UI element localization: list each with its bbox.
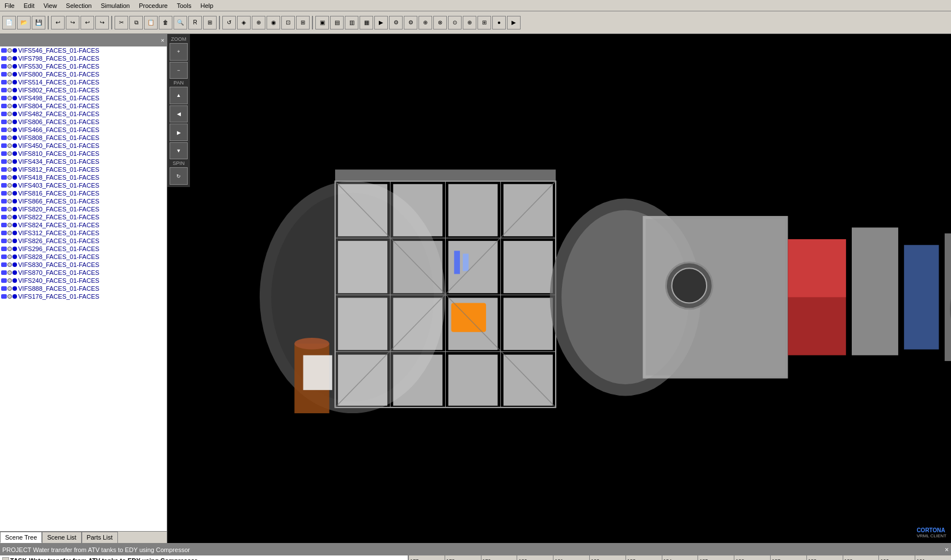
tree-item[interactable]: VIFS312_FACES_01-FACES xyxy=(0,229,167,237)
zoom-in-button[interactable]: + xyxy=(170,43,188,61)
paste-button[interactable]: 📋 xyxy=(144,16,158,29)
tree-item[interactable]: VIFS176_FACES_01-FACES xyxy=(0,292,167,300)
tree-item[interactable]: VIFS824_FACES_01-FACES xyxy=(0,221,167,229)
tree-item[interactable]: VIFS450_FACES_01-FACES xyxy=(0,142,167,150)
search-button[interactable]: 🔍 xyxy=(174,16,187,29)
tree-item[interactable]: VIFS808_FACES_01-FACES xyxy=(0,134,167,142)
anim8-button[interactable]: ⊞ xyxy=(477,16,491,29)
tree-item[interactable]: VIFS812_FACES_01-FACES xyxy=(0,166,167,173)
rotate-button[interactable]: ↺ xyxy=(222,16,236,29)
cut-button[interactable]: ✂ xyxy=(115,16,128,29)
tree-item[interactable]: VIFS806_FACES_01-FACES xyxy=(0,118,167,126)
tree-item[interactable]: VIFS296_FACES_01-FACES xyxy=(0,245,167,253)
redo2-button[interactable]: ↪ xyxy=(95,16,109,29)
tree-item[interactable]: VIFS418_FACES_01-FACES xyxy=(0,173,167,181)
save-button[interactable]: 💾 xyxy=(32,16,45,29)
spin-button[interactable]: ↻ xyxy=(170,167,188,185)
tree-item[interactable]: VIFS498_FACES_01-FACES xyxy=(0,94,167,102)
anim1-button[interactable]: ▶ xyxy=(374,16,388,29)
left-panel-header: × xyxy=(0,34,167,46)
tree-item[interactable]: VIFS828_FACES_01-FACES xyxy=(0,253,167,261)
pan-down-button[interactable]: ▼ xyxy=(170,142,188,160)
play-button[interactable]: ▶ xyxy=(507,16,521,29)
view2-button[interactable]: ⊕ xyxy=(252,16,265,29)
tree-item[interactable]: VIFS800_FACES_01-FACES xyxy=(0,70,167,78)
tree-content[interactable]: VIFS546_FACES_01-FACES VIFS798_FACES_01-… xyxy=(0,46,167,531)
record-button[interactable]: ● xyxy=(492,16,506,29)
tree-item[interactable]: VIFS830_FACES_01-FACES xyxy=(0,261,167,269)
menu-simulation[interactable]: Simulation xyxy=(96,1,134,10)
menu-tools[interactable]: Tools xyxy=(172,1,196,10)
viewport[interactable]: ZOOM + − PAN ▲ ◀ ▶ ▼ SPIN ↻ xyxy=(167,34,951,543)
menu-edit[interactable]: Edit xyxy=(19,1,39,10)
pan-up-button[interactable]: ▲ xyxy=(170,87,188,104)
main-task-line[interactable]: − TASK Water transfer from ATV tanks to … xyxy=(1,557,407,560)
menu-file[interactable]: File xyxy=(0,1,19,10)
tree-item[interactable]: VIFS822_FACES_01-FACES xyxy=(0,213,167,221)
tree-item[interactable]: VIFS466_FACES_01-FACES xyxy=(0,126,167,134)
anim6-button[interactable]: ⊙ xyxy=(448,16,462,29)
svg-rect-24 xyxy=(449,355,498,406)
anim4-button[interactable]: ⊕ xyxy=(419,16,432,29)
anim7-button[interactable]: ⊕ xyxy=(463,16,476,29)
pan-left-button[interactable]: ◀ xyxy=(170,105,188,123)
anim5-button[interactable]: ⊗ xyxy=(433,16,447,29)
tree-item[interactable]: VIFS810_FACES_01-FACES xyxy=(0,150,167,158)
tab-scene-list[interactable]: Scene List xyxy=(42,532,81,543)
pan-right-button[interactable]: ▶ xyxy=(170,124,188,141)
menu-help[interactable]: Help xyxy=(196,1,218,10)
open-button[interactable]: 📂 xyxy=(17,16,31,29)
box3-button[interactable]: ▥ xyxy=(345,16,358,29)
ruler-mark: 181 xyxy=(553,555,563,560)
tree-item[interactable]: VIFS870_FACES_01-FACES xyxy=(0,269,167,277)
svg-rect-14 xyxy=(338,241,387,293)
tab-scene-tree[interactable]: Scene Tree xyxy=(0,532,42,543)
tree-item[interactable]: VIFS804_FACES_01-FACES xyxy=(0,102,167,110)
tree-item[interactable]: VIFS820_FACES_01-FACES xyxy=(0,205,167,213)
tree-item[interactable]: VIFS434_FACES_01-FACES xyxy=(0,158,167,166)
menu-selection[interactable]: Selection xyxy=(61,1,96,10)
bottom-close-btn[interactable]: × xyxy=(945,546,949,554)
copy-button[interactable]: ⧉ xyxy=(129,16,143,29)
view1-button[interactable]: ◈ xyxy=(237,16,251,29)
anim3-button[interactable]: ⚙ xyxy=(404,16,417,29)
tree-item[interactable]: VIFS240_FACES_01-FACES xyxy=(0,277,167,285)
view3-button[interactable]: ◉ xyxy=(267,16,280,29)
box4-button[interactable]: ▦ xyxy=(360,16,373,29)
redo-button[interactable]: ↪ xyxy=(66,16,79,29)
tree-item[interactable]: VIFS866_FACES_01-FACES xyxy=(0,197,167,205)
tree-item[interactable]: VIFS482_FACES_01-FACES xyxy=(0,110,167,118)
spin-label: SPIN xyxy=(172,160,184,166)
panel-close-btn[interactable]: × xyxy=(161,37,164,44)
tree-item[interactable]: VIFS546_FACES_01-FACES xyxy=(0,46,167,54)
tree-item[interactable]: VIFS798_FACES_01-FACES xyxy=(0,54,167,62)
svg-rect-45 xyxy=(335,169,556,181)
tree-item[interactable]: VIFS514_FACES_01-FACES xyxy=(0,78,167,86)
tree-item[interactable]: VIFS403_FACES_01-FACES xyxy=(0,181,167,189)
grid-button[interactable]: ⊞ xyxy=(203,16,217,29)
undo-button[interactable]: ↩ xyxy=(51,16,65,29)
bottom-content: − TASK Water transfer from ATV tanks to … xyxy=(0,555,951,560)
reset-button[interactable]: R xyxy=(188,16,202,29)
bottom-section: PROJECT Water transfer from ATV tanks to… xyxy=(0,543,951,560)
anim2-button[interactable]: ⚙ xyxy=(389,16,403,29)
undo2-button[interactable]: ↩ xyxy=(81,16,94,29)
menu-procedure[interactable]: Procedure xyxy=(134,1,172,10)
box2-button[interactable]: ▤ xyxy=(330,16,344,29)
tab-parts-list[interactable]: Parts List xyxy=(82,532,118,543)
tree-item[interactable]: VIFS802_FACES_01-FACES xyxy=(0,86,167,94)
sep3 xyxy=(219,16,220,29)
box1-button[interactable]: ▣ xyxy=(315,16,329,29)
main-task-expand[interactable]: − xyxy=(2,557,9,560)
zoom-out-button[interactable]: − xyxy=(170,62,188,79)
tree-item[interactable]: VIFS826_FACES_01-FACES xyxy=(0,237,167,245)
new-button[interactable]: 📄 xyxy=(2,16,16,29)
tree-item[interactable]: VIFS888_FACES_01-FACES xyxy=(0,285,167,292)
tree-item[interactable]: VIFS816_FACES_01-FACES xyxy=(0,189,167,197)
menu-view[interactable]: View xyxy=(39,1,62,10)
tree-item[interactable]: VIFS530_FACES_01-FACES xyxy=(0,62,167,70)
timeline-panel[interactable]: 1771781791801811821831841851861871881891… xyxy=(408,555,951,560)
view5-button[interactable]: ⊞ xyxy=(296,16,310,29)
view4-button[interactable]: ⊡ xyxy=(281,16,295,29)
delete-button[interactable]: 🗑 xyxy=(159,16,172,29)
